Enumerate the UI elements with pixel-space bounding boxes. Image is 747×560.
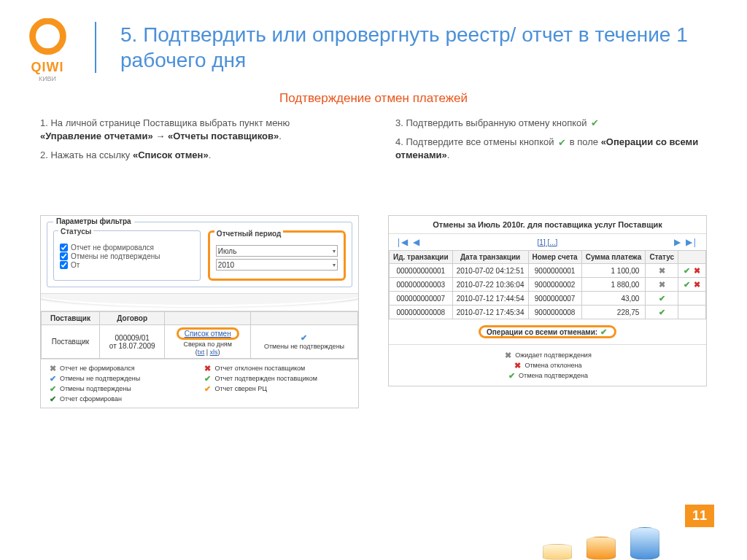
svg-point-1 <box>55 47 60 52</box>
cell-id: 000000000001 <box>390 264 453 278</box>
step-4-text-a: 4. Подтвердите все отмены кнопкой <box>395 136 557 147</box>
check-icon: ✔ <box>48 384 57 393</box>
cell-status: ✔ Отмены не подтверждены <box>250 325 357 359</box>
cell-id: 000000000007 <box>390 292 453 306</box>
all-ops-label: Операции со всеми отменами: <box>487 328 597 336</box>
pager-first-icon[interactable]: |◀ ◀ <box>398 237 421 247</box>
period-legend: Отчетный период <box>214 230 284 238</box>
confirm-icon[interactable]: ✔ <box>682 266 691 275</box>
pager-pages[interactable]: [1] [...] <box>538 238 558 246</box>
logo-sub: КИВИ <box>22 75 73 82</box>
step-4: 4. Подтвердите все отмены кнопкой ✔ в по… <box>395 136 707 162</box>
xls-link[interactable]: xls <box>210 349 218 356</box>
cell-acct: 9000000007 <box>528 292 581 306</box>
wave-divider <box>41 293 358 311</box>
confirm-all-icon[interactable]: ✔ <box>600 327 608 336</box>
check-icon: ✔ <box>48 374 57 383</box>
cell-contract: 000009/01 от 18.07.2009 <box>99 325 164 359</box>
x-icon: ✖ <box>48 364 57 373</box>
cell-actions: ✔ ✖ <box>678 264 706 278</box>
svg-point-0 <box>32 21 63 52</box>
step-1: 1. На личной странице Поставщика выбрать… <box>40 117 352 143</box>
cell-date: 2010-07-02 04:12:51 <box>452 264 528 278</box>
x-icon: ✖ <box>204 364 212 373</box>
step-4-text-b: в поле <box>570 136 601 147</box>
th-actions <box>678 251 706 264</box>
th-supplier: Поставщик <box>42 312 100 325</box>
cell-actions <box>678 306 706 319</box>
cell-sum: 1 100,00 <box>581 264 646 278</box>
title-divider <box>95 22 96 73</box>
cell-date: 2010-07-22 10:36:04 <box>452 278 528 292</box>
cylinder-icon <box>630 527 659 560</box>
filter-panel: Параметры фильтра Статусы Отчет не форми… <box>40 215 359 408</box>
pending-icon: ✖ <box>657 266 666 275</box>
panel-title: Отмены за Июль 2010г. для поставщика усл… <box>389 216 706 234</box>
month-select[interactable]: Июль <box>216 245 338 257</box>
confirmed-icon: ✔ <box>657 294 666 303</box>
cell-id: 000000000003 <box>390 278 453 292</box>
cylinder-icon <box>543 544 572 560</box>
cell-id: 000000000008 <box>390 306 453 319</box>
table-row: Поставщик 000009/01 от 18.07.2009 Список… <box>42 325 358 359</box>
table-row: 0000000000012010-07-02 04:12:51900000000… <box>390 264 706 278</box>
cell-status: ✔ <box>646 292 678 306</box>
txt-link[interactable]: txt <box>198 349 205 356</box>
th-date: Дата транзакции <box>452 251 528 264</box>
status-icon: ✔ <box>300 333 309 342</box>
reject-icon[interactable]: ✖ <box>693 266 702 275</box>
cell-actions: ✔ ✖ <box>678 278 706 292</box>
chk-not-confirmed[interactable]: Отмены не подтверждены <box>60 252 194 260</box>
cell-status: ✔ <box>646 306 678 319</box>
confirmed-icon: ✔ <box>657 308 666 316</box>
checkmark-icon: ✔ <box>589 119 600 129</box>
cell-sum: 43,00 <box>581 292 646 306</box>
cancel-list-highlight: Список отмен <box>177 327 239 340</box>
reject-icon[interactable]: ✖ <box>693 280 702 289</box>
x-icon: ✖ <box>503 351 512 359</box>
cell-sum: 228,75 <box>581 306 646 319</box>
pager: |◀ ◀ [1] [...] ▶ ▶| <box>389 234 706 250</box>
filter-title: Параметры фильтра <box>53 217 134 225</box>
table-row: 0000000000082010-07-12 17:45:34900000000… <box>390 306 706 319</box>
cancel-list-link[interactable]: Список отмен <box>185 330 231 338</box>
th-id: Ид. транзакции <box>390 251 453 264</box>
chk-not-formed[interactable]: Отчет не формировался <box>60 244 194 252</box>
table-row: 0000000000072010-07-12 17:44:54900000000… <box>390 292 706 306</box>
status-fieldset: Статусы Отчет не формировался Отмены не … <box>53 230 201 281</box>
confirm-icon[interactable]: ✔ <box>682 280 691 289</box>
th-empty1 <box>165 312 251 325</box>
chk-from[interactable]: От <box>60 261 194 269</box>
step-2-bold: «Список отмен» <box>133 149 209 160</box>
cell-acct: 9000000001 <box>528 264 581 278</box>
footer-decoration <box>543 527 659 560</box>
svg-point-2 <box>60 44 63 47</box>
step-3-text: 3. Подтвердить выбранную отмену кнопкой <box>395 117 589 128</box>
cell-acct: 9000000002 <box>528 278 581 292</box>
th-status: Статус <box>646 251 678 264</box>
pending-icon: ✖ <box>657 280 666 289</box>
year-select[interactable]: 2010 <box>216 259 338 271</box>
all-operations: Операции со всеми отменами: ✔ <box>389 319 706 344</box>
cancel-legend: ✖Ожидает подтверждения ✖Отмена отклонена… <box>389 344 706 386</box>
pager-last-icon[interactable]: ▶ ▶| <box>674 237 697 247</box>
th-acct: Номер счета <box>528 251 581 264</box>
x-icon: ✖ <box>513 361 522 370</box>
cancellations-panel: Отмены за Июль 2010г. для поставщика усл… <box>388 215 707 386</box>
step-1-bold: «Управление отчетами» → «Отчеты поставщи… <box>40 131 279 141</box>
step-2: 2. Нажать на ссылку «Список отмен». <box>40 149 352 162</box>
cell-links: Список отмен Сверка по дням (txt | xls) <box>165 325 251 359</box>
page-number: 11 <box>685 505 714 527</box>
supplier-table: Поставщик Договор Поставщик 000009/01 от… <box>41 311 358 359</box>
cell-acct: 9000000008 <box>528 306 581 319</box>
step-3: 3. Подтвердить выбранную отмену кнопкой … <box>395 117 707 130</box>
check-icon: ✔ <box>204 374 212 383</box>
table-row: 0000000000032010-07-22 10:36:04900000000… <box>390 278 706 292</box>
step-1-text: 1. На личной странице Поставщика выбрать… <box>40 117 290 128</box>
checkmark-icon: ✔ <box>557 138 567 148</box>
cell-sum: 1 880,00 <box>581 278 646 292</box>
check-icon: ✔ <box>204 384 212 393</box>
th-contract: Договор <box>99 312 164 325</box>
th-empty2 <box>250 312 357 325</box>
logo-icon <box>28 18 68 58</box>
